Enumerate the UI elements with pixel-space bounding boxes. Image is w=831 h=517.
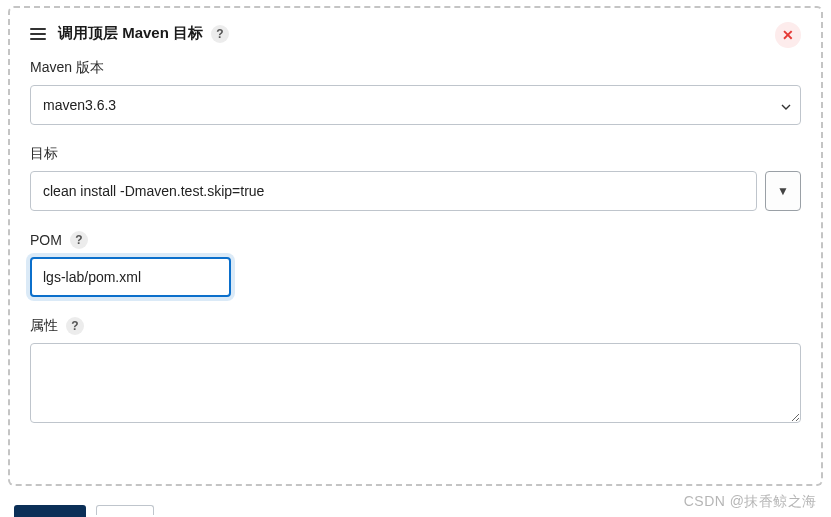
pom-input[interactable] bbox=[30, 257, 231, 297]
panel-header: 调用顶层 Maven 目标 ? ✕ bbox=[30, 24, 801, 43]
watermark-text: CSDN @抹香鲸之海 bbox=[684, 493, 817, 511]
close-button[interactable]: ✕ bbox=[775, 22, 801, 48]
help-icon[interactable]: ? bbox=[66, 317, 84, 335]
goals-input[interactable] bbox=[30, 171, 757, 211]
maven-step-panel: 调用顶层 Maven 目标 ? ✕ Maven 版本 maven3.6.3 目标… bbox=[8, 6, 823, 486]
secondary-button-partial[interactable] bbox=[96, 505, 154, 515]
panel-title: 调用顶层 Maven 目标 bbox=[58, 24, 203, 43]
goals-group: 目标 ▼ bbox=[30, 145, 801, 211]
properties-input[interactable] bbox=[30, 343, 801, 423]
help-icon[interactable]: ? bbox=[70, 231, 88, 249]
help-icon[interactable]: ? bbox=[211, 25, 229, 43]
pom-label: POM bbox=[30, 232, 62, 248]
close-icon: ✕ bbox=[782, 27, 794, 43]
maven-version-group: Maven 版本 maven3.6.3 bbox=[30, 59, 801, 125]
goals-label: 目标 bbox=[30, 145, 801, 163]
maven-version-select-wrap: maven3.6.3 bbox=[30, 85, 801, 125]
properties-label: 属性 bbox=[30, 317, 58, 335]
goals-expand-button[interactable]: ▼ bbox=[765, 171, 801, 211]
chevron-down-icon: ▼ bbox=[777, 184, 789, 198]
pom-group: POM ? bbox=[30, 231, 801, 297]
maven-version-select[interactable]: maven3.6.3 bbox=[30, 85, 801, 125]
properties-group: 属性 ? bbox=[30, 317, 801, 427]
drag-handle-icon[interactable] bbox=[30, 28, 48, 40]
primary-button-partial[interactable] bbox=[14, 505, 86, 517]
footer-buttons bbox=[14, 505, 154, 517]
maven-version-label: Maven 版本 bbox=[30, 59, 801, 77]
